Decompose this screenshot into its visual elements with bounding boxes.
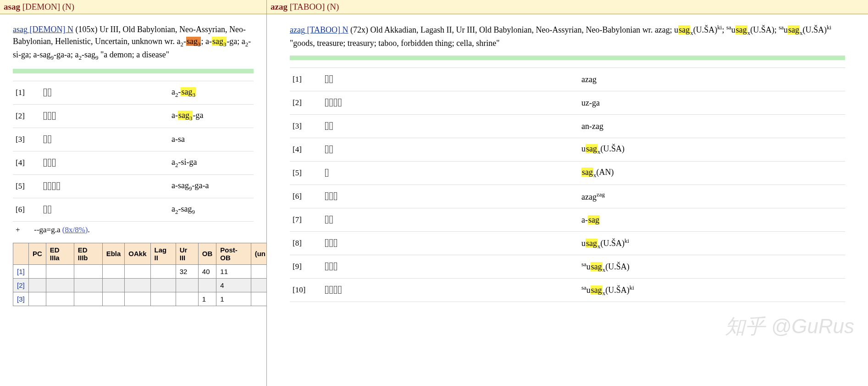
row-index-link[interactable]: [1] [13, 264, 29, 278]
table-header-row: PCED IIIaED IIIbEblaOAkkLag IIUr IIIOBPo… [13, 243, 267, 264]
table-cell [176, 278, 198, 292]
cuneiform-cell: 𒊓𒌋𒊭 [322, 255, 579, 279]
meaning: "goods, treasure; treasury; taboo, forbi… [290, 39, 500, 48]
form-index: [7] [290, 208, 322, 232]
table-cell [251, 292, 267, 306]
form-index: [3] [13, 128, 40, 151]
form-index: [8] [290, 232, 322, 255]
plus-icon: + [16, 225, 32, 235]
form-row: [6] 𒀉𒊷 a2-sag9 [13, 198, 254, 221]
transliteration-cell: a-sa [169, 128, 254, 151]
row-index-link[interactable]: [2] [13, 278, 29, 292]
cuneiform-cell: 𒆬𒀭𒍠 [322, 185, 579, 208]
table-cell: 11 [216, 264, 251, 278]
periods-list: Old Akkadian, Lagash II, Ur III, Old Bab… [370, 25, 641, 34]
table-cell [150, 292, 176, 306]
cuneiform-cell: 𒀀𒆤𒂵 [40, 104, 169, 128]
cuneiform-cell: 𒀀𒊕 [322, 208, 579, 232]
cuneiform-cell: 𒀀𒐼 [40, 128, 169, 151]
table-row: [1]324011 [13, 264, 267, 278]
entry-content: asag [DEMON] N (105x) Ur III, Old Babylo… [0, 14, 266, 311]
form-row: [9] 𒊓𒌋𒊭 sausagx(U.ŠA) [290, 255, 845, 279]
table-cell [74, 292, 102, 306]
table-header: Lag II [150, 243, 176, 264]
cuneiform-cell: 𒌋𒊭𒆠 [322, 232, 579, 255]
cuneiform-cell: 𒊓𒌋𒊭𒆠 [322, 279, 579, 302]
wr-label: wr. [164, 37, 175, 46]
forms-table: [1] 𒆬𒀭 azag [2] 𒊺𒌉𒉺𒂵 uz-ga [3] 𒀭𒍠 an-zag… [290, 67, 845, 302]
form-row: [6] 𒆬𒀭𒍠 azagzag [290, 185, 845, 208]
table-header [13, 243, 29, 264]
form-row: [4] 𒌋𒊭 usagx(U.ŠA) [290, 138, 845, 162]
form-row: [10] 𒊓𒌋𒊭𒆠 sausagx(U.ŠA)ki [290, 279, 845, 302]
variant-frequency-link[interactable]: (8x/8%) [62, 225, 88, 234]
table-cell [46, 292, 74, 306]
watermark: 知乎 @GuRus [725, 313, 854, 340]
table-cell: 32 [176, 264, 198, 278]
cuneiform-cell: 𒊺𒌉𒉺𒂵 [322, 91, 579, 115]
table-cell [102, 278, 125, 292]
table-cell [46, 278, 74, 292]
headword-line: azag [TABOO] N (72x) Old Akkadian, Lagas… [290, 23, 845, 49]
table-cell [29, 278, 46, 292]
form-index: [1] [13, 81, 40, 104]
writings-list: azag; usagx(U.ŠA)ki; sausagx(U.ŠA); saus… [655, 25, 831, 34]
form-index: [9] [290, 255, 322, 279]
cuneiform-cell: 𒀉𒉺 [40, 81, 169, 104]
form-row: [1] 𒀉𒉺 a2-sag3 [13, 81, 254, 104]
table-row: [3]11 [13, 292, 267, 306]
transliteration-cell: sausagx(U.ŠA)ki [579, 279, 845, 302]
transliteration-cell: a2-sag9 [169, 198, 254, 221]
transliteration-cell: a2-si-ga [169, 151, 254, 174]
headword-link[interactable]: asag [DEMON] N [13, 25, 73, 34]
headword-line: asag [DEMON] N (105x) Ur III, Old Babylo… [13, 23, 254, 62]
table-cell: 1 [216, 292, 251, 306]
entry-title-bar: azag [TABOO] (N) [267, 0, 868, 14]
separator-bar [290, 56, 845, 60]
table-cell [29, 292, 46, 306]
table-cell [150, 264, 176, 278]
form-row: [3] 𒀭𒍠 an-zag [290, 115, 845, 138]
table-header: OAkk [125, 243, 150, 264]
title-word: azag [271, 2, 287, 11]
title-gloss: [TABOO] [290, 2, 325, 11]
transliteration-cell: usagx(U.ŠA)ki [579, 232, 845, 255]
table-cell [74, 264, 102, 278]
form-index: [5] [290, 162, 322, 185]
form-index: [6] [13, 198, 40, 221]
form-index: [2] [290, 91, 322, 115]
period-distribution-table: PCED IIIaED IIIbEblaOAkkLag IIUr IIIOBPo… [13, 243, 267, 306]
title-pos: (N) [62, 2, 74, 11]
table-cell [29, 264, 46, 278]
form-index: [10] [290, 279, 322, 302]
table-header: Post-OB [216, 243, 251, 264]
headword-link[interactable]: azag [TABOO] N [290, 25, 348, 34]
table-header: Ur III [176, 243, 198, 264]
row-index-link[interactable]: [3] [13, 292, 29, 306]
transliteration-cell: a-sag9-ga-a [169, 174, 254, 198]
form-index: [1] [290, 68, 322, 91]
table-cell [102, 264, 125, 278]
table-cell [125, 264, 150, 278]
variant-line: + --ga=g.a (8x/8%). [13, 222, 254, 238]
entry-pane-azag: azag [TABOO] (N) azag [TABOO] N (72x) Ol… [267, 0, 868, 386]
table-row: [2]4 [13, 278, 267, 292]
form-index: [6] [290, 185, 322, 208]
table-header: ED IIIa [46, 243, 74, 264]
transliteration-cell: sausagx(U.ŠA) [579, 255, 845, 279]
table-header: Ebla [102, 243, 125, 264]
form-row: [5] 𒀭 sagx(AN) [290, 162, 845, 185]
entry-content: azag [TABOO] N (72x) Old Akkadian, Lagas… [267, 14, 868, 307]
cuneiform-cell: 𒀀𒊷𒂵𒀀 [40, 174, 169, 198]
title-gloss: [DEMON] [22, 2, 60, 11]
form-index: [4] [290, 138, 322, 162]
table-header: ED IIIb [74, 243, 102, 264]
form-index: [2] [13, 104, 40, 128]
transliteration-cell: a-sag3-ga [169, 104, 254, 128]
cuneiform-cell: 𒆬𒀭 [322, 68, 579, 91]
cuneiform-cell: 𒀭𒍠 [322, 115, 579, 138]
transliteration-cell: azagzag [579, 185, 845, 208]
table-cell [125, 292, 150, 306]
table-cell [74, 278, 102, 292]
table-header: OB [198, 243, 216, 264]
